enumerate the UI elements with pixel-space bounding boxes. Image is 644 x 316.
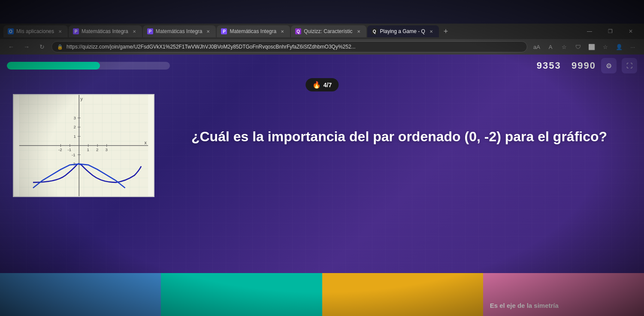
tab-matematicas-2[interactable]: P Matemáticas Integra ✕ — [143, 25, 216, 37]
browser-actions: aA A ☆ 🛡 ⬜ ☆ 👤 ··· — [531, 41, 639, 53]
answer-option-b[interactable] — [161, 273, 322, 316]
settings-button[interactable]: ⚙ — [601, 58, 617, 73]
tab-close-mat1[interactable]: ✕ — [131, 28, 138, 35]
url-text: https://quizizz.com/join/game/U2FsdGVkX1… — [67, 44, 356, 50]
svg-text:y: y — [80, 96, 83, 101]
question-text-area: ¿Cuál es la importancia del par ordenado… — [167, 94, 631, 180]
tab-close-mat3[interactable]: ✕ — [279, 28, 286, 35]
tab-playing-game[interactable]: Q Playing a Game - Q ✕ — [367, 25, 439, 37]
tab-label-playing: Playing a Game - Q — [380, 28, 425, 34]
svg-text:-1: -1 — [67, 147, 71, 152]
minimize-button[interactable]: — — [580, 25, 599, 37]
game-content: 9353 9990 ⚙ ⛶ 🔥 4/7 — [0, 55, 644, 316]
tab-close-mis-aplicaciones[interactable]: ✕ — [57, 28, 63, 35]
user-button[interactable]: 👤 — [613, 41, 625, 53]
svg-text:3: 3 — [73, 115, 76, 120]
answer-options: Es el eje de la simetría — [0, 273, 644, 316]
tab-close-playing[interactable]: ✕ — [428, 28, 435, 35]
maximize-button[interactable]: ❐ — [600, 25, 620, 37]
shield-button[interactable]: 🛡 — [572, 41, 584, 53]
window-controls: — ❐ ✕ — [580, 25, 641, 37]
question-counter: 🔥 4/7 — [305, 78, 339, 91]
tab-favicon-playing: Q — [372, 28, 378, 34]
tab-close-quizizz[interactable]: ✕ — [355, 28, 362, 35]
tab-label-mat2: Matemáticas Integra — [156, 28, 203, 34]
fullscreen-button[interactable]: ⛶ — [622, 58, 637, 73]
tab-favicon-mis-aplicaciones: O — [8, 28, 14, 34]
back-button[interactable]: ← — [5, 41, 17, 53]
progress-bar-container — [7, 62, 170, 70]
answer-option-d[interactable]: Es el eje de la simetría — [483, 273, 644, 316]
url-bar[interactable]: 🔒 https://quizizz.com/join/game/U2FsdGVk… — [51, 41, 527, 52]
question-text: ¿Cuál es la importancia del par ordenado… — [191, 128, 607, 146]
score-area: 9353 9990 ⚙ ⛶ — [537, 58, 637, 73]
svg-text:-1: -1 — [72, 152, 76, 157]
tab-label-mat3: Matemáticas Integra — [230, 28, 276, 34]
tab-matematicas-3[interactable]: P Matemáticas Integra ✕ — [217, 25, 290, 37]
tab-button[interactable]: ⬜ — [586, 41, 598, 53]
address-bar: ← → ↻ 🔒 https://quizizz.com/join/game/U2… — [0, 39, 644, 55]
answer-text-d: Es el eje de la simetría — [490, 302, 559, 309]
tab-favicon-mat3: P — [221, 28, 227, 34]
tab-label-quizizz: Quizizz: Característic — [304, 28, 352, 34]
svg-text:3: 3 — [105, 147, 107, 152]
fav-button[interactable]: ☆ — [599, 41, 611, 53]
tab-favicon-mat2: P — [147, 28, 153, 34]
tab-close-mat2[interactable]: ✕ — [205, 28, 212, 35]
answer-option-c[interactable] — [322, 273, 483, 316]
svg-text:2: 2 — [96, 147, 98, 152]
add-tab-button[interactable]: + — [440, 25, 452, 37]
refresh-button[interactable]: ↻ — [36, 41, 48, 53]
read-aloud-button[interactable]: aA — [531, 41, 543, 53]
game-topbar: 9353 9990 ⚙ ⛶ — [0, 55, 644, 77]
svg-text:x: x — [145, 140, 147, 145]
score-right: 9990 — [571, 60, 596, 71]
progress-bar-fill — [7, 62, 100, 70]
favorites-button[interactable]: ☆ — [558, 41, 570, 53]
svg-text:2: 2 — [73, 125, 76, 129]
answer-option-a[interactable] — [0, 273, 161, 316]
browser-chrome: O Mis aplicaciones ✕ P Matemáticas Integ… — [0, 24, 644, 55]
tab-quizizz-caract[interactable]: Q Quizizz: Característic ✕ — [291, 25, 366, 37]
tab-favicon-quizizz: Q — [295, 28, 301, 34]
score-left: 9353 — [537, 60, 561, 71]
lock-icon: 🔒 — [57, 44, 63, 50]
svg-text:1: 1 — [87, 147, 89, 152]
tab-matematicas-1[interactable]: P Matemáticas Integra ✕ — [69, 25, 142, 37]
svg-text:1: 1 — [73, 134, 76, 139]
more-button[interactable]: ··· — [627, 41, 639, 53]
flame-icon: 🔥 — [312, 81, 321, 89]
tab-label-mat1: Matemáticas Integra — [82, 28, 128, 34]
read-a-button[interactable]: A — [544, 41, 556, 53]
tab-bar: O Mis aplicaciones ✕ P Matemáticas Integ… — [0, 24, 644, 39]
tab-label-mis-aplicaciones: Mis aplicaciones — [16, 28, 54, 34]
question-area: x y 1 2 3 -1 -2 1 2 — [0, 85, 644, 206]
forward-button[interactable]: → — [21, 41, 33, 53]
tab-mis-aplicaciones[interactable]: O Mis aplicaciones ✕ — [3, 25, 68, 37]
svg-text:-2: -2 — [58, 147, 62, 152]
graph-svg: x y 1 2 3 -1 -2 1 2 — [14, 95, 154, 196]
tab-favicon-mat1: P — [73, 28, 79, 34]
close-button[interactable]: ✕ — [621, 25, 641, 37]
question-counter-label: 4/7 — [324, 82, 332, 88]
score-display: 9353 9990 — [537, 60, 596, 71]
graph-container: x y 1 2 3 -1 -2 1 2 — [13, 94, 154, 197]
